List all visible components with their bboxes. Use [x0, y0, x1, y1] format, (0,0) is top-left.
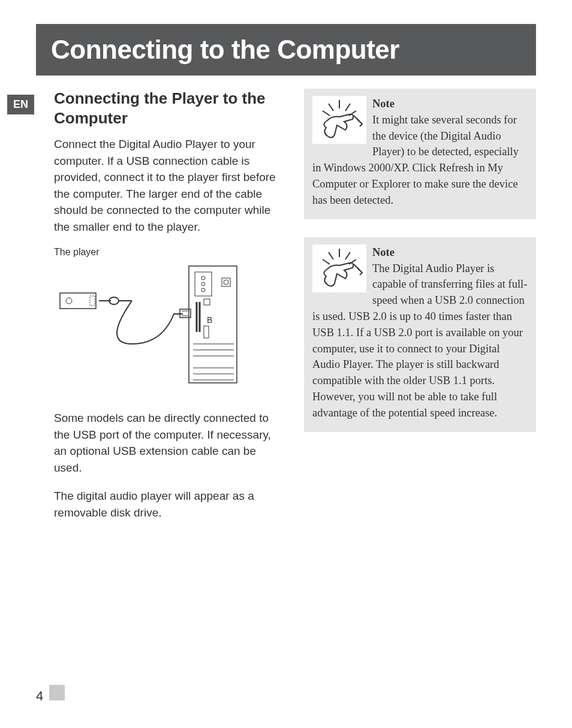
- svg-line-33: [345, 252, 350, 259]
- section-heading: Connecting the Player to the Computer: [54, 89, 286, 128]
- page-footer: 4: [36, 685, 65, 704]
- page-title-bar: Connecting to the Computer: [36, 24, 536, 75]
- left-column: Connecting the Player to the Computer Co…: [54, 89, 286, 533]
- svg-point-19: [66, 298, 72, 304]
- svg-line-28: [323, 111, 330, 116]
- svg-line-34: [323, 259, 330, 264]
- paragraph-2: Some models can be directly connected to…: [54, 410, 286, 476]
- svg-text:B: B: [207, 315, 212, 325]
- svg-line-26: [329, 104, 333, 111]
- paragraph-3: The digital audio player will appear as …: [54, 488, 286, 521]
- svg-rect-20: [90, 296, 95, 306]
- svg-line-32: [329, 252, 333, 259]
- svg-rect-18: [60, 293, 96, 309]
- diagram-label: The player: [54, 247, 286, 258]
- page-title: Connecting to the Computer: [51, 35, 399, 64]
- svg-rect-11: [204, 326, 209, 338]
- svg-line-27: [345, 104, 350, 111]
- svg-point-6: [224, 280, 228, 285]
- svg-rect-5: [222, 278, 230, 286]
- svg-point-2: [201, 276, 205, 280]
- note-box-2: Note The Digital Audio Player is capable…: [304, 237, 536, 432]
- svg-point-4: [201, 288, 205, 292]
- language-badge: EN: [7, 95, 34, 114]
- svg-rect-1: [195, 272, 212, 296]
- connection-diagram: B: [54, 260, 240, 398]
- paragraph-1: Connect the Digital Audio Player to your…: [54, 136, 286, 235]
- content-area: Connecting the Player to the Computer Co…: [54, 89, 536, 533]
- page-decoration-block: [49, 685, 65, 700]
- svg-rect-9: [204, 299, 210, 305]
- language-code: EN: [13, 98, 28, 110]
- svg-point-3: [201, 282, 205, 286]
- page-number: 4: [36, 688, 43, 704]
- note-box-1: Note It might take several seconds for t…: [304, 89, 536, 219]
- right-column: Note It might take several seconds for t…: [304, 89, 536, 533]
- note-icon: [312, 96, 366, 144]
- note-icon: [312, 244, 366, 292]
